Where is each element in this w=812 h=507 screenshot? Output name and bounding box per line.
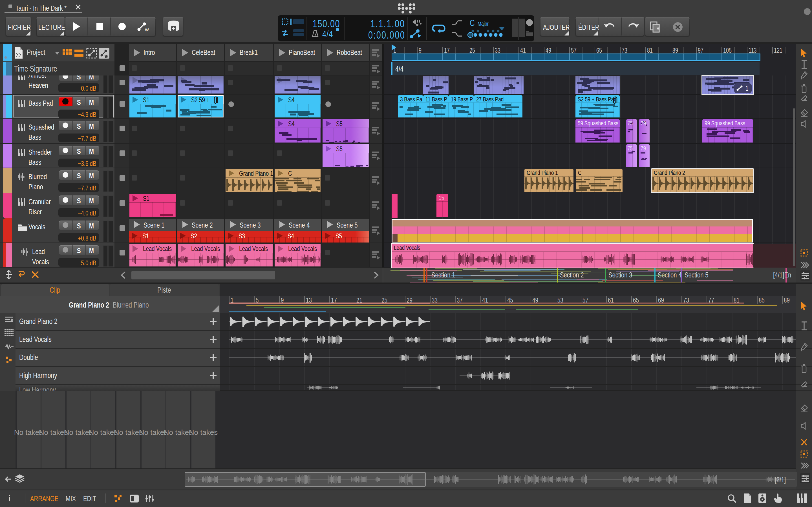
svg-text:w: w xyxy=(145,26,149,33)
